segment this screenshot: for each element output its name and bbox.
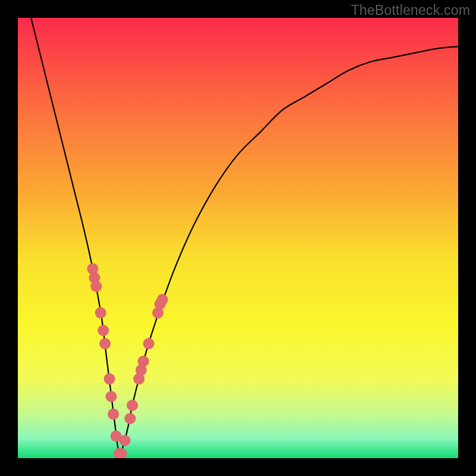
chart-svg [18,18,458,458]
curve-marker [104,373,115,384]
gradient-background [18,18,458,458]
plot-area [18,18,458,458]
curve-marker [119,435,130,446]
curve-marker [143,338,154,349]
curve-marker [90,281,102,292]
curve-marker [156,294,168,305]
watermark-text: TheBottleneck.com [351,2,470,18]
curve-marker [105,391,117,402]
curve-marker [127,400,138,411]
chart-frame: TheBottleneck.com [0,0,476,476]
curve-marker [108,409,119,420]
curve-marker [99,338,111,349]
curve-marker [137,356,149,367]
curve-marker [98,325,109,336]
curve-marker [95,307,107,318]
curve-marker [124,413,136,424]
